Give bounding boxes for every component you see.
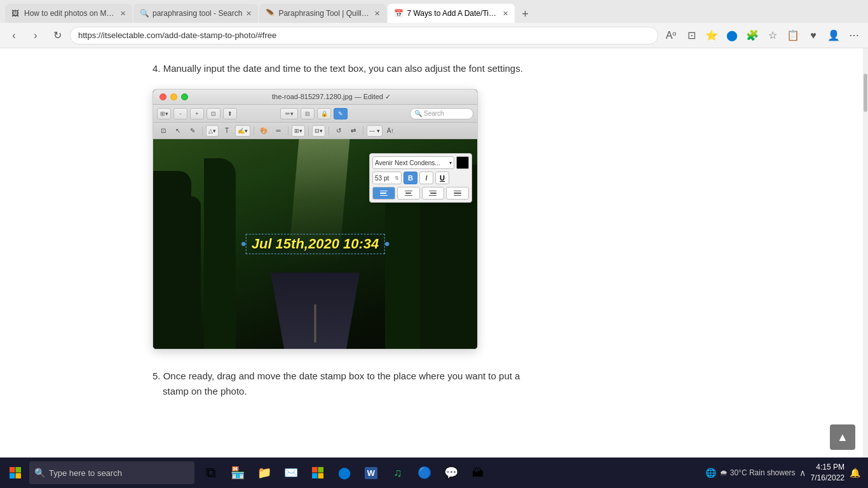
tab1-close[interactable]: ✕ [120, 10, 126, 18]
browser-star-icon[interactable]: ☆ [764, 27, 782, 44]
font-size-input[interactable]: 53 pt ⇅ [372, 172, 402, 184]
mac-view-btn[interactable]: ⊞▾ [157, 108, 171, 119]
align-right-button[interactable] [422, 187, 445, 200]
network-icon[interactable]: 🌐 [705, 468, 716, 478]
tab-paraphrasing-search[interactable]: 🔍 paraphrasing tool - Search ✕ [133, 4, 258, 23]
address-input[interactable] [70, 27, 658, 44]
expand-tray-icon[interactable]: ∧ [799, 468, 806, 478]
browser-toolbar-icons: Aᵅ ⊡ ⭐ ⬤ 🧩 ☆ 📋 ♥ 👤 ⋯ [662, 27, 863, 44]
taskbar-messenger-btn[interactable]: 💬 [438, 460, 464, 485]
mac-arrange-dropdown[interactable]: ⊞▾ [292, 125, 305, 137]
mac-tool-select[interactable]: ⊡ [157, 125, 170, 137]
system-tray-icons: 🌐 🌧 30°C Rain showers ∧ [705, 468, 806, 478]
tab2-close[interactable]: ✕ [246, 10, 252, 18]
taskbar-taskview-btn[interactable]: ⧉ [198, 460, 224, 485]
underline-button[interactable]: U [435, 172, 449, 184]
store-icon: 🏪 [231, 466, 245, 480]
browser-microsoft-icon[interactable]: ⬤ [723, 27, 741, 44]
forward-button[interactable]: › [27, 27, 44, 44]
start-button[interactable] [3, 460, 28, 485]
tab-bar: 🖼 How to edit photos on Mac 202... ✕ 🔍 p… [0, 0, 868, 23]
mac-crop-btn[interactable]: ⊟ [301, 108, 315, 119]
mac-search-box[interactable]: 🔍 Search [410, 108, 473, 119]
bold-button[interactable]: B [403, 172, 417, 184]
tab4-favicon: 📅 [394, 9, 403, 18]
align-left-icon [380, 191, 388, 196]
tab2-label: paraphrasing tool - Search [153, 9, 242, 18]
taskbar-search[interactable]: 🔍 Type here to search [29, 461, 194, 484]
mac-tool-flip[interactable]: ⇄ [347, 125, 360, 137]
taskbar-spotify-btn[interactable]: ♫ [385, 460, 410, 485]
taskbar-search-placeholder: Type here to search [49, 468, 122, 478]
mac-close-dot[interactable] [159, 93, 166, 100]
mac-tool-draw[interactable]: ✎ [186, 125, 199, 137]
align-left-button[interactable] [372, 187, 395, 200]
mac-share-btn[interactable]: ⬆ [223, 108, 237, 119]
date-stamp-text[interactable]: Jul 15th,2020 10:34 [252, 236, 379, 252]
mac-shapes-dropdown[interactable]: △▾ [206, 125, 219, 137]
mac-minimize-dot[interactable] [170, 93, 177, 100]
new-tab-button[interactable]: + [516, 5, 534, 23]
photos-icon: 🏔 [472, 466, 484, 480]
mac-zoom-out-btn[interactable]: - [173, 108, 187, 119]
mac-tool-color[interactable]: 🎨 [257, 125, 270, 137]
taskbar-photos-btn[interactable]: 🏔 [465, 460, 491, 485]
mac-zoom-in-btn[interactable]: + [190, 108, 204, 119]
date-handle-left[interactable] [241, 242, 246, 247]
tab-7ways-active[interactable]: 📅 7 Ways to Add A Date/Time Sta... ✕ [388, 4, 515, 23]
mac-tool-alpha[interactable]: A↑ [384, 125, 397, 137]
taskbar-mail-btn[interactable]: ✉️ [278, 460, 304, 485]
mac-align-dropdown[interactable]: ⊟▾ [312, 125, 325, 137]
notification-icon[interactable]: 🔔 [850, 468, 860, 478]
mac-tool-text[interactable]: T [220, 125, 233, 137]
spotify-icon: ♫ [393, 466, 402, 480]
browser-extensions-icon[interactable]: 🧩 [743, 27, 761, 44]
mac-style-dropdown[interactable]: — ▾ [367, 125, 383, 137]
scrollbar-thumb[interactable] [864, 74, 867, 112]
mac-toolbar-2: ⊡ ↖ ✎ △▾ T ✍▾ 🎨 ═ ⊞▾ ⊟▾ ↺ ⇄ — ▾ A↑ [153, 123, 477, 139]
read-aloud-icon[interactable]: Aᵅ [662, 27, 680, 44]
mac-app-screenshot: the-road-815297.1280.jpg — Edited ✓ ⊞▾ -… [153, 89, 478, 349]
mac-lock-btn[interactable]: 🔒 [317, 108, 331, 119]
tab-how-to-edit[interactable]: 🖼 How to edit photos on Mac 202... ✕ [5, 4, 132, 23]
font-name-select[interactable]: Avenir Next Condens... ▾ [372, 156, 454, 169]
taskbar-chrome-btn[interactable]: 🔵 [412, 460, 437, 485]
scrollbar[interactable] [863, 48, 868, 458]
svg-rect-5 [318, 467, 324, 473]
mac-tool-rotate[interactable]: ↺ [332, 125, 345, 137]
tab-quillbot[interactable]: 🪶 Paraphrasing Tool | QuillBot AI ✕ [259, 4, 386, 23]
browser-collections-icon[interactable]: 📋 [784, 27, 802, 44]
browser-profile-icon[interactable]: 👤 [825, 27, 843, 44]
mac-fullscreen-dot[interactable] [181, 93, 188, 100]
mac-sep-6 [363, 126, 363, 135]
date-handle-right[interactable] [384, 242, 389, 247]
font-size-stepper[interactable]: ⇅ [395, 175, 399, 181]
mac-zoom-fit-btn[interactable]: ⊡ [207, 108, 220, 119]
font-size-text: 53 pt [375, 175, 389, 182]
mac-tool-lines[interactable]: ═ [272, 125, 285, 137]
taskbar-files-btn[interactable]: 📁 [252, 460, 277, 485]
mac-markup-btn[interactable]: ✎ [334, 108, 348, 119]
browser-heart-icon[interactable]: ♥ [804, 27, 822, 44]
immersive-reader-icon[interactable]: ⊡ [682, 27, 700, 44]
browser-favorites-icon[interactable]: ⭐ [703, 27, 721, 44]
scroll-to-top-button[interactable]: ▲ [830, 424, 855, 450]
mac-tool-arrow[interactable]: ↖ [172, 125, 184, 137]
italic-button[interactable]: I [419, 172, 433, 184]
back-button[interactable]: ‹ [5, 27, 23, 44]
tab4-close[interactable]: ✕ [503, 10, 508, 18]
align-center-button[interactable] [397, 187, 420, 200]
taskbar-microsoft-btn[interactable] [305, 460, 330, 485]
mac-sign-dropdown[interactable]: ✍▾ [235, 125, 250, 137]
align-justify-button[interactable] [446, 187, 469, 200]
taskbar-store-btn[interactable]: 🏪 [225, 460, 250, 485]
browser-menu-icon[interactable]: ⋯ [845, 27, 863, 44]
tab3-close[interactable]: ✕ [374, 10, 380, 18]
mac-draw-btn[interactable]: ✏▾ [280, 108, 298, 119]
svg-rect-0 [10, 467, 15, 473]
align-justify-icon [454, 191, 461, 196]
reload-button[interactable]: ↻ [48, 27, 66, 44]
taskbar-word-btn[interactable]: W [358, 460, 384, 485]
font-color-swatch[interactable] [456, 156, 469, 169]
taskbar-edge-btn[interactable]: ⬤ [332, 460, 357, 485]
